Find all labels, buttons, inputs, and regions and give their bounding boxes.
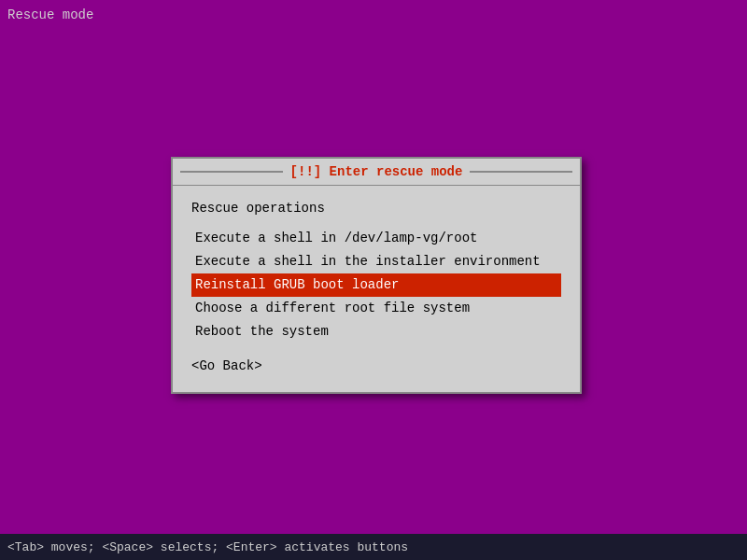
- bottom-bar-text: <Tab> moves; <Space> selects; <Enter> ac…: [7, 540, 408, 554]
- dialog-title-bar: [!!] Enter rescue mode: [173, 159, 580, 186]
- item-shell-installer[interactable]: Execute a shell in the installer environ…: [191, 250, 561, 273]
- dialog-title: [!!] Enter rescue mode: [283, 164, 471, 179]
- rescue-mode-label: Rescue mode: [7, 7, 93, 22]
- item-reinstall-grub[interactable]: Reinstall GRUB boot loader: [191, 273, 561, 297]
- bottom-status-bar: <Tab> moves; <Space> selects; <Enter> ac…: [0, 534, 747, 560]
- menu-list: Execute a shell in /dev/lamp-vg/rootExec…: [191, 227, 561, 343]
- item-choose-root[interactable]: Choose a different root file system: [191, 297, 561, 320]
- item-reboot[interactable]: Reboot the system: [191, 320, 561, 343]
- rescue-mode-dialog: [!!] Enter rescue mode Rescue operations…: [171, 157, 582, 394]
- operations-label: Rescue operations: [191, 201, 561, 216]
- go-back-button[interactable]: <Go Back>: [191, 358, 561, 373]
- item-shell-dev[interactable]: Execute a shell in /dev/lamp-vg/root: [191, 227, 561, 250]
- dialog-body: Rescue operations Execute a shell in /de…: [173, 186, 580, 392]
